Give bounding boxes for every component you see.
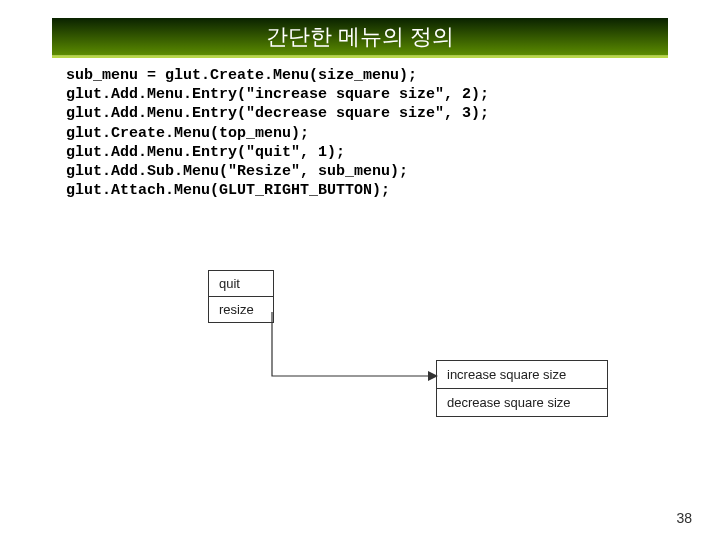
- menu-item-resize: resize: [209, 296, 273, 322]
- code-line: glut.Add.Menu.Entry("increase square siz…: [66, 85, 489, 104]
- main-menu-box: quit resize: [208, 270, 274, 323]
- submenu-item-increase: increase square size: [437, 361, 607, 388]
- code-line: glut.Add.Sub.Menu("Resize", sub_menu);: [66, 162, 489, 181]
- title-bar: 간단한 메뉴의 정의: [52, 18, 668, 58]
- code-line: glut.Attach.Menu(GLUT_RIGHT_BUTTON);: [66, 181, 489, 200]
- menu-diagram: quit resize increase square size decreas…: [208, 252, 608, 462]
- sub-menu-box: increase square size decrease square siz…: [436, 360, 608, 417]
- slide: 간단한 메뉴의 정의 sub_menu = glut.Create.Menu(s…: [0, 0, 720, 540]
- code-line: sub_menu = glut.Create.Menu(size_menu);: [66, 66, 489, 85]
- code-line: glut.Add.Menu.Entry("decrease square siz…: [66, 104, 489, 123]
- submenu-item-decrease: decrease square size: [437, 388, 607, 416]
- code-block: sub_menu = glut.Create.Menu(size_menu); …: [66, 66, 489, 200]
- code-line: glut.Create.Menu(top_menu);: [66, 124, 489, 143]
- page-number: 38: [676, 510, 692, 526]
- menu-item-quit: quit: [209, 271, 273, 296]
- arrow-icon: [266, 306, 446, 386]
- slide-title: 간단한 메뉴의 정의: [266, 22, 454, 52]
- code-line: glut.Add.Menu.Entry("quit", 1);: [66, 143, 489, 162]
